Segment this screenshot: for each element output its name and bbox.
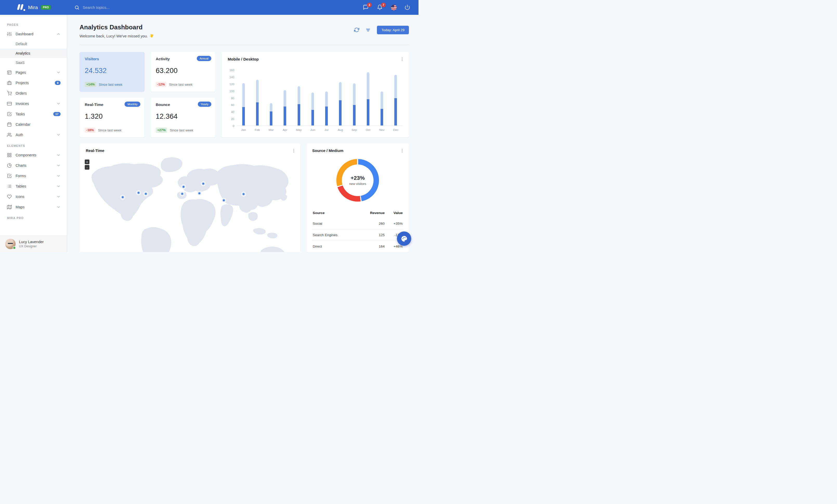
bar-jan — [242, 83, 245, 126]
mobile-desktop-chart-card: Mobile / Desktop 160140120100806040200 J… — [221, 52, 409, 137]
sidebar-item-calendar[interactable]: Calendar — [0, 119, 67, 130]
cell-revenue: 260 — [358, 218, 385, 229]
search-input[interactable] — [83, 5, 156, 10]
sidebar-item-tasks[interactable]: Tasks17 — [0, 109, 67, 119]
map-marker-2[interactable] — [137, 191, 140, 194]
stat-title: Visitors — [85, 57, 139, 61]
map-marker-9[interactable] — [242, 192, 245, 196]
sidebar-item-label: Orders — [16, 91, 60, 95]
chevron-down-icon — [56, 205, 60, 209]
sidebar-item-maps[interactable]: Maps — [0, 202, 67, 212]
chevron-down-icon — [56, 70, 60, 75]
delta-badge: +14% — [85, 82, 96, 87]
sidebar-item-label: Invoices — [16, 101, 53, 106]
brand-logo[interactable]: Mira PRO — [0, 4, 67, 11]
x-axis-label: Feb — [250, 128, 264, 131]
language-flag-us[interactable] — [391, 5, 397, 11]
sidebar-item-icons[interactable]: Icons — [0, 191, 67, 202]
notifications-button[interactable]: 7 — [377, 4, 383, 11]
mira-logo-icon — [17, 4, 25, 11]
users-icon — [7, 132, 12, 137]
map-marker-1[interactable] — [121, 195, 125, 199]
online-status-dot — [13, 246, 16, 249]
top-navbar: Mira PRO 3 7 — [0, 0, 418, 15]
wave-hand-icon — [149, 34, 154, 38]
sidebar-item-auth[interactable]: Auth — [0, 130, 67, 140]
sidebar-item-label: Calendar — [16, 123, 60, 127]
table-row-direct: Direct164+46% — [312, 241, 403, 252]
notifications-count-badge: 7 — [381, 3, 386, 7]
delta-badge: -12% — [156, 82, 166, 87]
donut-center-label: new visitors — [349, 182, 366, 186]
sidebar-item-label: Dashboard — [16, 32, 53, 36]
stat-value: 12.364 — [156, 112, 210, 120]
map-marker-7[interactable] — [202, 182, 205, 186]
messages-button[interactable]: 3 — [363, 4, 369, 11]
map-zoom-out-button[interactable]: - — [85, 165, 89, 170]
map-menu-button[interactable] — [291, 148, 296, 153]
sidebar-item-label: Pages — [16, 70, 53, 75]
world-map[interactable] — [82, 156, 298, 252]
chevron-down-icon — [56, 101, 60, 106]
chevron-down-icon — [56, 194, 60, 199]
sidebar-item-pages[interactable]: Pages — [0, 67, 67, 78]
kebab-icon — [291, 148, 296, 153]
sidebar-item-label: Maps — [16, 205, 53, 209]
sidebar-item-label: Tasks — [16, 112, 49, 116]
sidebar-item-projects[interactable]: Projects8 — [0, 78, 67, 88]
sidebar-subitem-analytics[interactable]: Analytics — [0, 49, 67, 58]
cell-source: Direct — [312, 241, 358, 252]
chart-menu-button[interactable] — [399, 57, 405, 62]
sidebar-item-tables[interactable]: Tables — [0, 181, 67, 191]
map-marker-5[interactable] — [181, 192, 184, 195]
power-icon — [405, 4, 410, 10]
sidebar-item-orders[interactable]: Orders — [0, 88, 67, 98]
search-icon — [74, 5, 79, 10]
sidebar-item-charts[interactable]: Charts — [0, 160, 67, 171]
welcome-message: Welcome back, Lucy! We've missed you. — [79, 34, 154, 38]
sidebar-item-label: Icons — [16, 194, 53, 199]
sidebar-section-label-mira-pro: MIRA PRO — [0, 212, 67, 222]
check-square-icon — [7, 173, 12, 178]
x-axis-label: Jun — [306, 128, 319, 131]
cell-revenue: 125 — [358, 229, 385, 241]
source-menu-button[interactable] — [399, 148, 405, 153]
x-axis-label: Apr — [278, 128, 292, 131]
sidebar-user-profile[interactable]: Lucy Lavender UX Designer — [0, 236, 67, 252]
chevron-down-icon — [56, 174, 60, 178]
y-axis-tick: 160 — [230, 69, 234, 72]
map-marker-6[interactable] — [198, 192, 201, 195]
pie-chart-icon — [7, 163, 12, 168]
today-date-button[interactable]: Today: April 29 — [377, 26, 409, 34]
bar-nov — [380, 91, 383, 126]
stat-card-real-time: Real-Time Monthly 1.320 -18%Since last w… — [79, 98, 144, 137]
sign-out-button[interactable] — [405, 4, 411, 11]
sidebar-item-label: Auth — [16, 133, 53, 137]
map-marker-8[interactable] — [222, 199, 226, 202]
sidebar-item-label: Components — [16, 153, 53, 157]
sidebar-item-forms[interactable]: Forms — [0, 171, 67, 181]
cell-source: Search Engines — [312, 229, 358, 241]
theme-settings-fab[interactable] — [397, 231, 411, 246]
stat-note: Since last week — [99, 82, 122, 87]
map-marker-3[interactable] — [144, 192, 148, 195]
map-marker-4[interactable] — [182, 185, 185, 189]
map-zoom-in-button[interactable]: + — [85, 160, 89, 164]
delta-badge: -18% — [85, 128, 95, 133]
refresh-button[interactable] — [354, 27, 360, 33]
source-table: SourceRevenueValue Social260+35%Search E… — [312, 208, 403, 252]
sidebar-item-invoices[interactable]: Invoices — [0, 98, 67, 109]
y-axis-tick: 20 — [231, 118, 234, 120]
user-name: Lucy Lavender — [19, 240, 44, 244]
sidebar-item-dashboard[interactable]: Dashboard — [0, 29, 67, 39]
sidebar-item-components[interactable]: Components — [0, 150, 67, 160]
sidebar-subitem-saas[interactable]: SaaS — [0, 58, 67, 67]
chevron-down-icon — [56, 153, 60, 157]
stat-note: Since last week — [170, 128, 193, 132]
x-axis-label: Aug — [334, 128, 347, 131]
bar-mar — [270, 103, 272, 126]
sidebar-subitem-default[interactable]: Default — [0, 39, 67, 49]
kebab-icon — [400, 148, 405, 153]
filter-button[interactable] — [366, 27, 371, 33]
source-medium-card: Source / Medium +23% new visitors Source… — [306, 144, 409, 252]
